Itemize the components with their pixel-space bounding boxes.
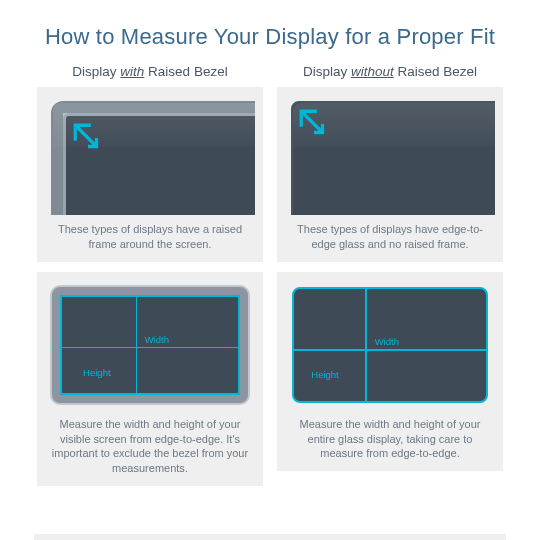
device-with-bezel: Width Height [52,287,248,403]
heading-emphasis: without [351,64,394,79]
height-guide-line [136,297,138,393]
heading-text: Raised Bezel [394,64,477,79]
visible-screen-area: Width Height [60,295,240,395]
panel-right-top: These types of displays have edge-to-edg… [277,87,503,262]
column-heading-right: Display without Raised Bezel [303,64,477,79]
height-guide-line [365,289,367,401]
width-guide-line [62,347,238,349]
caption-right-top: These types of displays have edge-to-edg… [277,215,503,262]
corner-arrow-icon [297,107,331,141]
columns: Display with Raised Bezel These t [0,64,540,504]
width-label: Width [145,334,169,345]
heading-text: Display [303,64,351,79]
caption-right-bottom: Measure the width and height of your ent… [277,410,503,472]
panel-left-bottom: Width Height Measure the width and heigh… [37,272,263,486]
svg-line-0 [75,125,96,146]
height-label: Height [311,369,338,380]
illustration-noframe-corner [285,95,495,215]
illustration-noframe-measure: Width Height [285,280,495,410]
width-label: Width [375,336,399,347]
heading-text: Display [72,64,120,79]
panel-left-top: These types of displays have a raised fr… [37,87,263,262]
height-label: Height [83,367,110,378]
page-title: How to Measure Your Display for a Proper… [0,0,540,64]
heading-text: Raised Bezel [144,64,227,79]
caption-left-top: These types of displays have a raised fr… [37,215,263,262]
full-glass-area: Width Height [294,289,486,401]
column-raised-bezel: Display with Raised Bezel These t [37,64,263,486]
column-heading-left: Display with Raised Bezel [72,64,227,79]
device-no-bezel: Width Height [292,287,488,403]
corner-arrow-icon [71,121,105,155]
page: How to Measure Your Display for a Proper… [0,0,540,540]
svg-line-1 [301,111,322,132]
illustration-raised-measure: Width Height [45,280,255,410]
width-guide-line [294,349,486,351]
illustration-raised-corner [45,95,255,215]
caption-left-bottom: Measure the width and height of your vis… [37,410,263,486]
cutoff-strip [34,534,506,540]
heading-emphasis: with [120,64,144,79]
panel-right-bottom: Width Height Measure the width and heigh… [277,272,503,472]
column-no-bezel: Display without Raised Bezel These types… [277,64,503,486]
